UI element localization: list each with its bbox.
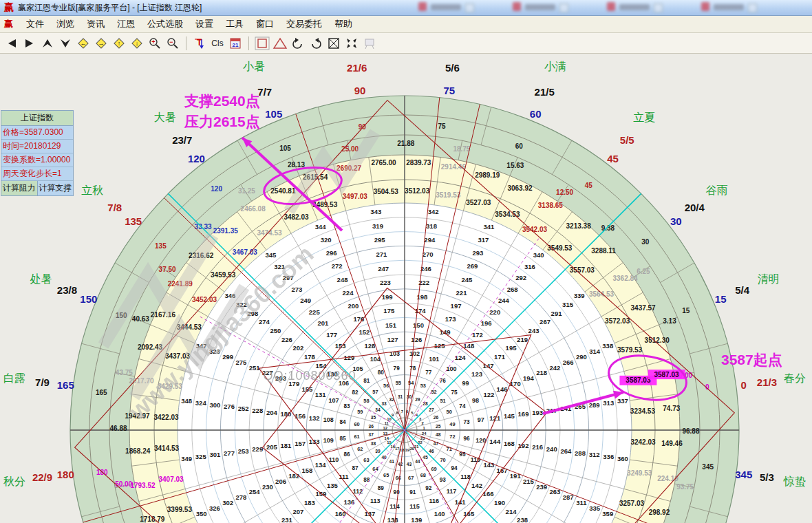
menu-item-9[interactable]: 帮助 — [328, 17, 359, 30]
background-window-fragment — [513, 2, 568, 13]
wheel-number: 155 — [302, 385, 314, 393]
wheel-number: 311 — [576, 499, 587, 506]
wheel-number: 196 — [481, 319, 492, 327]
wheel-number: 221 — [456, 289, 468, 297]
box-x-icon[interactable] — [325, 36, 342, 51]
wheel-number: 85 — [339, 436, 346, 442]
outer-degree-label: 345 — [735, 469, 752, 480]
param-row-3: 周天变化步长=1 — [1, 167, 73, 181]
rotate-cw-icon[interactable] — [308, 36, 324, 51]
wheel-number: 112 — [353, 488, 363, 495]
wheel-number: 337 — [617, 397, 628, 405]
calc-resistance-button[interactable]: 计算阻力 — [1, 181, 38, 195]
wheel-number: 69 — [431, 466, 436, 472]
solar-term-label: 秋分 — [3, 476, 25, 487]
menu-item-5[interactable]: 设置 — [189, 17, 220, 30]
nav-up-icon[interactable] — [39, 36, 56, 51]
wheel-number: 62 — [357, 446, 363, 452]
support-resistance-note: 支撑2540点 — [184, 93, 260, 109]
wheel-number: 173 — [445, 315, 456, 323]
shape-square-icon[interactable] — [254, 36, 270, 51]
wheel-number: 275 — [235, 359, 247, 366]
gann-wheel-canvas[interactable]: 1234567891011121314151617181920212223242… — [0, 54, 812, 523]
zoom-in-icon[interactable]: + — [147, 36, 163, 51]
menu-item-8[interactable]: 交易委托 — [280, 17, 328, 30]
diamond-left-icon[interactable]: ← — [75, 36, 92, 51]
rotate-ccw-icon[interactable] — [290, 36, 306, 51]
wheel-number: 238 — [517, 516, 528, 523]
solar-term-label: 小满 — [544, 61, 566, 72]
menu-item-2[interactable]: 资讯 — [81, 17, 111, 30]
nav-right-icon[interactable] — [21, 36, 38, 51]
wheel-number: 44 — [415, 459, 420, 464]
diamond-right-icon[interactable]: → — [93, 36, 109, 51]
inner-price-value: 3512.03 — [405, 187, 430, 195]
degree-value: 345 — [702, 463, 714, 471]
wheel-number: 218 — [536, 369, 547, 376]
wheel-number: 14 — [385, 436, 389, 440]
background-window-fragment — [701, 2, 757, 13]
easel-icon[interactable] — [361, 36, 378, 51]
menu-item-1[interactable]: 浏览 — [50, 17, 81, 30]
wheel-number: 276 — [224, 403, 235, 410]
nav-down-icon[interactable] — [57, 36, 74, 51]
wheel-number: 65 — [383, 472, 389, 478]
wheel-number: 302 — [222, 499, 233, 506]
percent-value: 6.25 — [637, 268, 650, 275]
wheel-number: 142 — [471, 482, 482, 489]
diamond-up-icon[interactable]: ↑ — [111, 36, 127, 51]
inner-price-value: 3549.53 — [547, 244, 573, 252]
diamond-down-icon[interactable]: ↓ — [129, 36, 145, 51]
outer-date-label: 5/5 — [620, 134, 634, 146]
shape-triangle-icon[interactable] — [272, 36, 288, 51]
calc-support-button[interactable]: 计算支撑 — [38, 181, 74, 195]
wheel-number: 46 — [429, 449, 434, 453]
wheel-number: 58 — [363, 398, 369, 404]
wheel-number: 178 — [304, 353, 315, 361]
wheel-number: 31 — [398, 394, 403, 399]
wheel-number: 345 — [266, 251, 277, 259]
menu-item-0[interactable]: 文件 — [20, 17, 50, 30]
inner-price-value: 3234.53 — [630, 407, 656, 415]
wheel-number: 53 — [420, 383, 426, 389]
menu-item-6[interactable]: 工具 — [220, 17, 250, 30]
wheel-number: 149 — [440, 328, 451, 336]
wheel-number: 27 — [429, 407, 434, 412]
cls-icon[interactable]: Cls — [209, 36, 226, 51]
wheel-number: 335 — [589, 504, 601, 512]
wheel-number: 137 — [364, 510, 375, 517]
outer-date-label: 22/9 — [32, 471, 52, 483]
wheel-number: 84 — [339, 419, 346, 425]
percent-value: 21.88 — [397, 140, 414, 147]
wheel-number: 226 — [281, 336, 292, 343]
menu-item-3[interactable]: 江恩 — [111, 17, 141, 30]
outer-degree-label: 165 — [57, 379, 74, 391]
inner-price-value: 3564.53 — [589, 290, 615, 298]
wheel-number: 124 — [455, 354, 467, 361]
outer-degree-label: 15 — [715, 293, 727, 305]
nav-left-icon[interactable] — [3, 36, 20, 51]
wheel-number: 12 — [383, 426, 387, 430]
wheel-number: 81 — [363, 378, 370, 384]
zoom-out-icon[interactable]: − — [164, 36, 181, 51]
wheel-number: 33 — [381, 401, 387, 406]
wheel-number: 7 — [401, 409, 403, 414]
wheel-number: 52 — [431, 389, 436, 395]
wheel-number: 61 — [354, 434, 359, 440]
wheel-number: 301 — [209, 451, 221, 458]
time-axis-icon[interactable]: T — [191, 36, 208, 51]
outer-date-label: 21/6 — [347, 62, 367, 74]
menu-item-4[interactable]: 公式选股 — [141, 17, 189, 30]
calendar-icon[interactable]: 21 — [227, 36, 244, 51]
wheel-number: 126 — [411, 336, 422, 343]
highlighted-price-value: 3587.03 — [654, 371, 679, 378]
center-mark-icon[interactable] — [343, 36, 360, 51]
wheel-number: 216 — [532, 443, 543, 451]
wheel-number: 165 — [463, 510, 475, 517]
parameter-panel: 上证指数 价格=3587.0300时间=20180129变换系数=1.00000… — [1, 110, 74, 196]
degree-value: 30 — [641, 238, 650, 246]
wheel-number: 24 — [422, 431, 427, 436]
wheel-number: 67 — [408, 475, 414, 481]
wheel-number: 108 — [323, 416, 334, 423]
menu-item-7[interactable]: 窗口 — [250, 17, 280, 30]
